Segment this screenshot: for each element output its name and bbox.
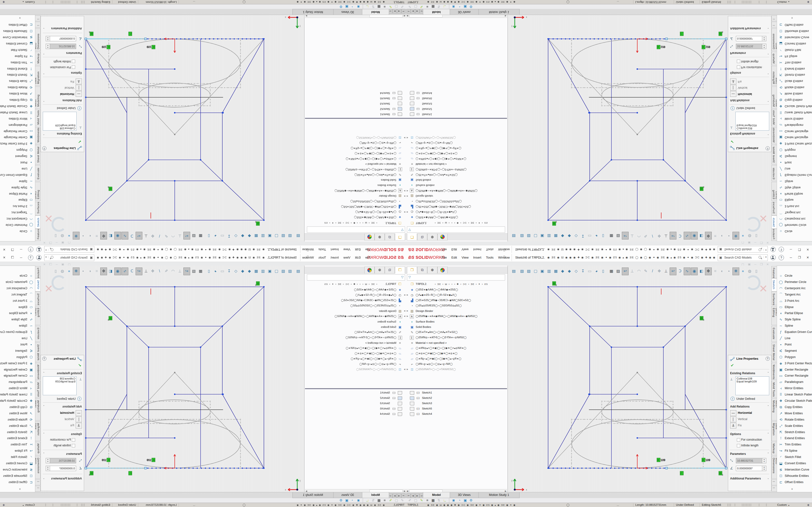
panel-help-icon[interactable]: ? (766, 146, 770, 151)
relation-item[interactable]: Equal length109 (737, 380, 768, 383)
toolbar-icon[interactable]: ▯ (753, 232, 760, 239)
menu-item-center-rectangle[interactable]: ▣Center Rectangle (0, 134, 35, 141)
menu-item-centerpoint-arc[interactable]: ◠Centerpoint Arc (0, 285, 35, 291)
toolbar-icon[interactable]: ◍ (59, 268, 65, 275)
tab-nav-buttons[interactable]: ⏮◀▶⏭ (406, 493, 424, 498)
bottom-toolbar-icon[interactable]: ⚙ (468, 498, 474, 503)
tree-row[interactable]: ◔◯Ƨ5▴◎Ƨ5ИƐƧ5◯∘◯5ƧƐИ5Ƨ◎▴5Ƨ◯ (406, 199, 507, 204)
ok-check-icon[interactable]: ✔ (78, 139, 82, 144)
command-tab-sheet-metal[interactable]: Sheet Metal (771, 145, 777, 164)
tree-row[interactable]: ▟◯Ƨ5∗ƐƧ5◯ИN◉∘ƆƐИƐƆ∘◉NИ◯5ƧƐ∗5Ƨ◯ (406, 204, 507, 209)
command-tab-markup[interactable]: Markup (35, 52, 41, 65)
menu-item-ellipse[interactable]: ⬭Ellipse (0, 304, 35, 310)
toolbar-icon[interactable]: ▥ (260, 268, 266, 275)
command-tab-features[interactable]: Features (771, 266, 777, 278)
bottom-toolbar-icon[interactable]: ▣ (462, 4, 468, 9)
scroll-left-icon[interactable]: ◀ (404, 15, 406, 17)
menu-item-spline[interactable]: ∼Spline (777, 178, 812, 184)
scroll-right-icon[interactable]: ▶ (505, 15, 507, 17)
tree-row[interactable]: ≡Material < not specified > (406, 340, 507, 346)
menu-item-segment[interactable]: ⑆Segment (777, 348, 812, 354)
tree-row[interactable]: ▱◯∗ИN◎▴+◯✳◉|◯∘◯|◉✳◯+▴◎NИ∗◯ (305, 156, 406, 161)
command-tab--[interactable]: ⁞ (771, 486, 777, 492)
menu-item-trim-entities[interactable]: ✂Trim Entities (0, 441, 35, 448)
bottom-toolbar-icon[interactable]: ▦ (430, 498, 436, 503)
search-dropdown-icon[interactable]: ▼ (45, 256, 48, 258)
close-button[interactable]: ✕ (806, 248, 809, 251)
toolbar-icon[interactable]: ↧ (226, 232, 232, 239)
toolbar-icon[interactable]: ⌗ (94, 232, 100, 239)
toolbar-icon[interactable]: ✥ (656, 268, 662, 275)
angle-field[interactable]: 0.00000000° (50, 466, 76, 471)
tree-row[interactable]: ★◯Ƨ5Ƨ∗◉ΛΑΦ◯∘◯ΦΑΛ◉∗Ƨ5Ƨ◯ (406, 214, 507, 220)
tree-row-sketch4[interactable]: (-)Sketch4 (406, 411, 507, 416)
tab-motion-study-1[interactable]: Motion Study 1 (292, 9, 334, 15)
toolbar-icon[interactable]: ▦ (608, 232, 615, 239)
menu-tools[interactable]: Tools (317, 255, 327, 260)
additional-parameters-header[interactable]: Additional Parameters (51, 27, 82, 30)
menu-item-trim-entities[interactable]: ✂Trim Entities (0, 59, 35, 66)
bottom-toolbar-icon[interactable]: ▢ (394, 498, 399, 503)
tree-row-sketch1[interactable]: (-)Sketch1 (406, 112, 507, 117)
toolbar-icon[interactable]: ◍ (59, 232, 65, 239)
command-tab-sketch[interactable]: Sketch (35, 216, 41, 229)
configuration-manager-tab[interactable]: ⊕ (427, 233, 438, 240)
menu-item-segment[interactable]: ⑆Segment (777, 153, 812, 159)
tab-motion-study-1[interactable]: Motion Study 1 (478, 9, 520, 15)
toolbar-icon[interactable]: ✥ (705, 268, 712, 275)
menu-item-extend-entities[interactable]: ⊺Extend Entities (0, 435, 35, 441)
menu-item-linear-sketch-pattern[interactable]: ⠿Linear Sketch Pattern (777, 391, 812, 398)
toolbar-icon[interactable]: ↩ (184, 268, 190, 275)
menu-item-centerpoint-arc[interactable]: ◠Centerpoint Arc (777, 285, 812, 291)
command-tab-sketch[interactable]: Sketch (771, 216, 777, 229)
tree-filter-input[interactable]: ▽ (307, 226, 405, 233)
relation-button-vertical[interactable]: │ (730, 85, 737, 91)
menu-item-fit-spline[interactable]: ↪Fit Spline (777, 448, 812, 454)
user-account-button[interactable] (770, 247, 776, 252)
search-icon[interactable] (51, 248, 53, 251)
relation-item[interactable]: Collinear108 (737, 127, 768, 130)
toolbar-icon[interactable]: ◐ (87, 232, 93, 239)
menu-item-segment[interactable]: ⑆Segment (0, 153, 35, 159)
user-account-button[interactable] (36, 247, 42, 252)
menu-item-ellipse[interactable]: ⬭Ellipse (0, 197, 35, 203)
toolbar-icon[interactable]: ⊥ (176, 232, 183, 239)
search-icon[interactable] (51, 256, 53, 259)
length-spinner[interactable]: ▲▼ (46, 458, 50, 463)
search-box[interactable]: ▣ Search CAD Models ▼ (718, 255, 768, 261)
toolbar-icon[interactable]: ✎ (643, 268, 649, 275)
menu-item-equation-driven-curve[interactable]: ƒEquation Driven Curve (0, 172, 35, 178)
menu-item-scale-entities[interactable]: ⤢Scale Entities (777, 78, 812, 84)
menu-item-convert-entities[interactable]: ⬓Convert Entities (0, 460, 35, 466)
command-tab-weldments[interactable]: Weldments (35, 127, 41, 144)
search-input[interactable]: Search CAD Models (60, 256, 88, 259)
options-header[interactable]: Options (730, 433, 741, 436)
menu-item-scale-entities[interactable]: ⤢Scale Entities (0, 423, 35, 429)
options-header[interactable]: Options (730, 71, 741, 74)
toolbar-icon[interactable]: / (649, 232, 656, 239)
bottom-toolbar-icon[interactable]: ◔ (350, 498, 355, 503)
quick-access-toolbar[interactable]: ◉ ƎE ◉ Ш ◉ ◉ ◉ ✚ ◉ ƆC ◉ ƎE ◉ ✦ ◉ Ƨ5 ◉ ▴ … (547, 256, 717, 259)
tree-row[interactable]: ▱◯∗Яϱ∘▴◯✳◉|◯∘◯|◉✳◯▴∘ϱЯ∗◯ (305, 145, 406, 151)
menu-item-perimeter-circle[interactable]: ◯Perimeter Circle (0, 279, 35, 285)
toolbar-icon[interactable]: ▨ (615, 268, 621, 275)
menu-item-move-entities[interactable]: ↗Move Entities (0, 410, 35, 416)
toolbar-icon[interactable]: ▦ (253, 268, 259, 275)
tree-row[interactable]: ⌐◯ИN∘ϱ∘▴◎◯∘◯◎▴∘ϱ∘NИ◯ (406, 140, 507, 145)
bottom-toolbar-icon[interactable]: ≡ (382, 4, 388, 9)
toolbar-icon[interactable]: ▦ (553, 268, 559, 275)
menu-item-convert-entities[interactable]: ⬓Convert Entities (777, 460, 812, 466)
menu-insert[interactable]: Insert (472, 247, 483, 252)
toolbar-icon[interactable]: ∿ (121, 268, 128, 275)
menu-item-partial-ellipse[interactable]: ◖Partial Ellipse (777, 191, 812, 197)
configuration-manager-tab[interactable]: ⊕ (374, 267, 385, 274)
length-field[interactable]: 10.88152731 (736, 44, 762, 49)
menu-item-polygon[interactable]: ⬠Polygon (777, 354, 812, 360)
menu-item-partial-ellipse[interactable]: ◖Partial Ellipse (0, 310, 35, 316)
toolbar-icon[interactable]: ◇ (233, 268, 239, 275)
tree-row[interactable]: ⌐◯ИN∘ϱ∘▴◎◯∘◯◎▴∘ϱ∘NИ◯ (406, 362, 507, 367)
toolbar-icon[interactable]: ◉ (691, 268, 698, 275)
for-construction-checkbox[interactable] (737, 65, 740, 69)
toolbar-icon[interactable]: ▨ (526, 268, 532, 275)
toolbar-icon[interactable]: ▣ (266, 232, 273, 239)
